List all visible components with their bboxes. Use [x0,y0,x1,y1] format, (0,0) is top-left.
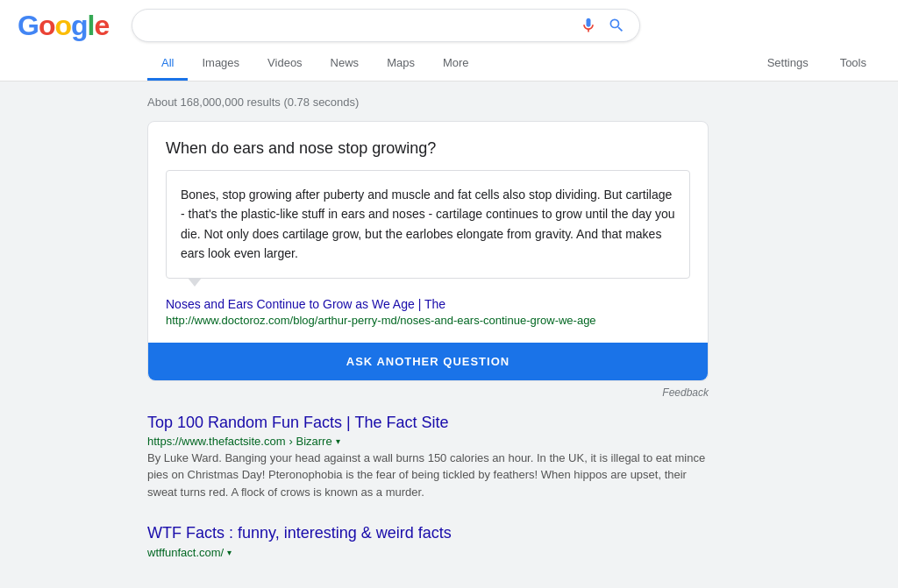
tab-all[interactable]: All [147,47,188,81]
main-content: About 168,000,000 results (0.78 seconds)… [0,81,898,588]
featured-snippet: When do ears and nose stop growing? Bone… [147,121,709,381]
result-link[interactable]: WTF Facts : funny, interesting & weird f… [147,524,452,542]
snippet-question: When do ears and nose stop growing? [166,139,690,158]
tab-news[interactable]: News [317,47,374,81]
nav-tabs: All Images Videos News Maps More Setting… [18,47,880,81]
result-item: WTF Facts : funny, interesting & weird f… [147,523,709,558]
result-link[interactable]: Top 100 Random Fun Facts | The Fact Site [147,414,449,431]
ask-another-button[interactable]: ASK ANOTHER QUESTION [148,343,708,380]
result-url: https://www.thefactsite.com [147,435,286,448]
search-results: Top 100 Random Fun Facts | The Fact Site… [147,413,880,559]
result-dropdown-icon[interactable]: ▾ [227,548,232,557]
results-info: About 168,000,000 results (0.78 seconds) [147,96,880,109]
tab-videos[interactable]: Videos [253,47,317,81]
result-url-row: https://www.thefactsite.com › Bizarre ▾ [147,435,709,448]
tab-images[interactable]: Images [188,47,253,81]
result-snippet: By Luke Ward. Banging your head against … [147,450,709,501]
tab-maps[interactable]: Maps [373,47,429,81]
result-url-path: › Bizarre [289,435,332,448]
snippet-link-title[interactable]: Noses and Ears Continue to Grow as We Ag… [166,297,445,311]
result-url: wtffunfact.com/ [147,546,224,559]
tab-tools[interactable]: Tools [826,47,880,81]
tab-settings[interactable]: Settings [753,47,823,81]
tab-more[interactable]: More [429,47,483,81]
logo-letter-o1: o [39,10,55,41]
search-input[interactable]: fun facts [146,18,580,33]
search-bar: fun facts [132,9,640,42]
header: Google fun facts [0,0,898,81]
snippet-answer-text: Bones, stop growing after puberty and mu… [181,188,675,260]
result-title: WTF Facts : funny, interesting & weird f… [147,523,709,543]
header-top: Google fun facts [18,0,880,47]
search-icons [580,17,625,34]
snippet-source-link: Noses and Ears Continue to Grow as We Ag… [166,296,690,330]
result-dropdown-icon[interactable]: ▾ [336,436,340,446]
feedback-label[interactable]: Feedback [147,386,709,399]
logo-letter-g2: g [71,10,88,41]
logo-letter-o2: o [54,10,71,41]
result-item: Top 100 Random Fun Facts | The Fact Site… [147,413,709,501]
mic-icon[interactable] [580,17,597,34]
logo-letter-e: e [94,10,109,41]
nav-right: Settings Tools [753,47,880,81]
snippet-link-url: http://www.doctoroz.com/blog/arthur-perr… [166,314,690,327]
search-submit-icon[interactable] [608,17,625,34]
snippet-answer-box: Bones, stop growing after puberty and mu… [166,170,690,279]
result-url-row: wtffunfact.com/ ▾ [147,546,709,559]
google-logo[interactable]: Google [18,10,109,42]
logo-letter-g: G [18,10,39,41]
result-title: Top 100 Random Fun Facts | The Fact Site [147,413,709,433]
